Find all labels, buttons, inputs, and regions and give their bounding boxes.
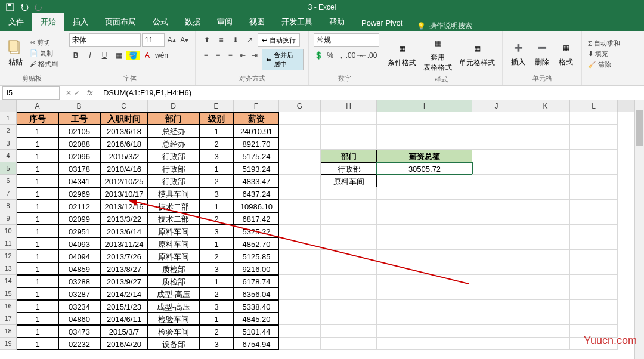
table-cell[interactable]: 原料车间 bbox=[148, 237, 199, 250]
cell[interactable] bbox=[279, 212, 321, 225]
table-cell[interactable]: 03287 bbox=[58, 287, 100, 300]
table-cell[interactable]: 02099 bbox=[58, 212, 100, 225]
cell[interactable] bbox=[521, 300, 570, 312]
cell[interactable] bbox=[279, 150, 321, 162]
cell[interactable] bbox=[521, 250, 570, 262]
table-cell[interactable]: 2013/8/27 bbox=[100, 262, 148, 275]
cell[interactable] bbox=[377, 237, 472, 250]
table-cell[interactable]: 2013/6/14 bbox=[100, 225, 148, 237]
tab-formula[interactable]: 公式 bbox=[144, 13, 177, 31]
cell[interactable] bbox=[279, 312, 321, 325]
table-cell[interactable]: 1 bbox=[17, 312, 58, 325]
tab-layout[interactable]: 页面布局 bbox=[97, 13, 144, 31]
cell[interactable] bbox=[377, 275, 472, 287]
number-format-select[interactable] bbox=[314, 33, 379, 47]
fill-color-button[interactable]: 🪣 bbox=[126, 49, 140, 62]
row-header[interactable]: 15 bbox=[0, 287, 17, 300]
save-icon[interactable] bbox=[5, 2, 16, 13]
row-header[interactable]: 17 bbox=[0, 312, 17, 325]
table-cell[interactable]: 1 bbox=[17, 125, 58, 137]
delete-cells-button[interactable]: ➖删除 bbox=[531, 38, 553, 69]
table-cell[interactable]: 行政部 bbox=[148, 175, 199, 187]
table-cell[interactable]: 原料车间 bbox=[148, 225, 199, 237]
table-cell[interactable]: 原料车间 bbox=[148, 250, 199, 262]
cell[interactable] bbox=[521, 237, 570, 250]
tab-data[interactable]: 数据 bbox=[177, 13, 209, 31]
table-cell[interactable]: 6356.04 bbox=[234, 287, 279, 300]
row-header[interactable]: 19 bbox=[0, 338, 17, 350]
merge-center-button[interactable]: ⬌合并后居中 bbox=[262, 49, 304, 70]
cell[interactable] bbox=[321, 312, 377, 325]
cell[interactable] bbox=[321, 250, 377, 262]
cell[interactable] bbox=[321, 275, 377, 287]
table-cell[interactable]: 8921.70 bbox=[234, 137, 279, 150]
name-box[interactable]: I5 bbox=[2, 86, 60, 100]
table-cell[interactable]: 1 bbox=[199, 312, 234, 325]
currency-icon[interactable]: 💲 bbox=[314, 49, 324, 62]
table-cell[interactable]: 2 bbox=[199, 175, 234, 187]
cell[interactable] bbox=[472, 200, 521, 212]
cell[interactable] bbox=[321, 237, 377, 250]
table-cell[interactable]: 3 bbox=[199, 187, 234, 200]
table-cell[interactable]: 6817.42 bbox=[234, 212, 279, 225]
cell[interactable] bbox=[521, 287, 570, 300]
table-cell[interactable]: 2013/6/18 bbox=[100, 125, 148, 137]
table-cell[interactable]: 2015/1/23 bbox=[100, 300, 148, 312]
comma-icon[interactable]: , bbox=[336, 49, 346, 62]
cell[interactable] bbox=[521, 200, 570, 212]
tell-me-search[interactable]: 💡 操作说明搜索 bbox=[411, 21, 478, 31]
cell[interactable] bbox=[521, 262, 570, 275]
result-cell[interactable]: 30505.72 bbox=[377, 162, 472, 175]
table-cell[interactable]: 02088 bbox=[58, 137, 100, 150]
table-cell[interactable]: 1 bbox=[17, 237, 58, 250]
cell[interactable] bbox=[279, 275, 321, 287]
row-header[interactable]: 4 bbox=[0, 150, 17, 162]
cell[interactable] bbox=[377, 325, 472, 338]
table-cell[interactable]: 03234 bbox=[58, 300, 100, 312]
table-cell[interactable]: 10986.10 bbox=[234, 200, 279, 212]
vertical-scrollbar[interactable] bbox=[634, 100, 644, 359]
table-cell[interactable]: 1 bbox=[17, 225, 58, 237]
insert-cells-button[interactable]: ➕插入 bbox=[507, 38, 529, 69]
table-cell[interactable]: 3 bbox=[199, 225, 234, 237]
cell[interactable] bbox=[377, 250, 472, 262]
cell[interactable] bbox=[570, 175, 618, 187]
table-cell[interactable]: 24010.91 bbox=[234, 125, 279, 137]
cell[interactable] bbox=[321, 212, 377, 225]
cell[interactable] bbox=[472, 187, 521, 200]
table-cell[interactable]: 2014/6/11 bbox=[100, 312, 148, 325]
cell[interactable] bbox=[570, 300, 618, 312]
table-cell[interactable]: 2013/10/17 bbox=[100, 187, 148, 200]
cell-styles-button[interactable]: ▦单元格样式 bbox=[457, 39, 497, 69]
table-header[interactable]: 部门 bbox=[148, 112, 199, 125]
cell[interactable] bbox=[377, 112, 472, 125]
table-cell[interactable]: 3 bbox=[199, 150, 234, 162]
row-header[interactable]: 12 bbox=[0, 250, 17, 262]
table-cell[interactable]: 2 bbox=[199, 287, 234, 300]
table-cell[interactable]: 1 bbox=[17, 338, 58, 350]
table-cell[interactable]: 2 bbox=[199, 325, 234, 338]
tab-file[interactable]: 文件 bbox=[0, 13, 32, 31]
cell[interactable] bbox=[472, 338, 521, 350]
table-cell[interactable]: 6754.94 bbox=[234, 338, 279, 350]
table-cell[interactable]: 1 bbox=[199, 275, 234, 287]
cell[interactable] bbox=[472, 225, 521, 237]
increase-decimal-icon[interactable]: .00→ bbox=[348, 49, 361, 62]
cell[interactable] bbox=[321, 325, 377, 338]
table-header[interactable]: 工号 bbox=[58, 112, 100, 125]
cell[interactable] bbox=[521, 312, 570, 325]
cell[interactable] bbox=[570, 225, 618, 237]
cell[interactable] bbox=[570, 125, 618, 137]
col-header-E[interactable]: E bbox=[199, 100, 234, 112]
cell[interactable] bbox=[279, 225, 321, 237]
table-cell[interactable]: 模具车间 bbox=[148, 187, 199, 200]
cell[interactable] bbox=[279, 338, 321, 350]
orientation-icon[interactable]: ↗ bbox=[243, 33, 256, 47]
table-cell[interactable]: 2 bbox=[199, 212, 234, 225]
row-header[interactable]: 7 bbox=[0, 187, 17, 200]
table-cell[interactable]: 2 bbox=[199, 250, 234, 262]
table-cell[interactable]: 检验车间 bbox=[148, 312, 199, 325]
cell[interactable] bbox=[279, 250, 321, 262]
criteria-cell[interactable]: 行政部 bbox=[321, 162, 377, 175]
cell[interactable] bbox=[521, 187, 570, 200]
